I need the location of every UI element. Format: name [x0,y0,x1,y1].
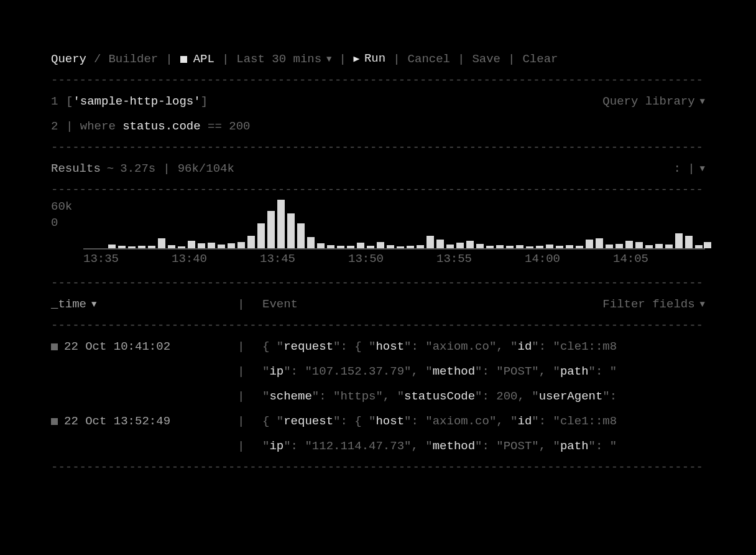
divider-line: ----------------------------------------… [51,181,705,198]
histogram-bar[interactable] [228,243,235,248]
histogram-bar[interactable] [526,246,533,249]
event-time-cell [51,434,237,459]
histogram-bar[interactable] [257,223,265,248]
histogram-bar[interactable] [347,246,354,248]
histogram-bar[interactable] [128,246,136,248]
histogram-bar[interactable] [208,243,215,248]
event-row[interactable]: |"ip": "112.114.47.73", "method": "POST"… [51,434,705,459]
event-row[interactable]: |"ip": "107.152.37.79", "method": "POST"… [51,359,705,384]
histogram-bar[interactable] [327,245,334,248]
cancel-button[interactable]: Cancel [408,47,450,72]
histogram-bar[interactable] [456,243,464,248]
histogram-bar[interactable] [476,244,484,248]
json-text: ": [602,389,617,403]
histogram-bar[interactable] [704,242,711,248]
histogram-bar[interactable] [307,237,315,248]
run-button[interactable]: ▶Run [354,46,385,72]
histogram-bar[interactable] [466,241,474,248]
histogram-bar[interactable] [247,236,255,248]
histogram-bar[interactable] [297,223,305,248]
json-key: scheme [269,389,311,403]
histogram-bar[interactable] [188,241,195,248]
histogram-bar[interactable] [267,211,275,248]
histogram-bar[interactable] [277,200,285,248]
time-column-header[interactable]: _time▼ [51,292,96,317]
histogram-bar[interactable] [287,213,295,248]
histogram-bar[interactable] [596,238,603,248]
results-options[interactable]: : |▼ [673,156,705,181]
histogram-bar[interactable] [615,244,623,248]
histogram-bar[interactable] [446,245,454,248]
histogram-chart[interactable]: 60k0 [51,198,705,250]
x-tick-label: 14:00 [525,252,613,266]
save-button[interactable]: Save [472,47,500,72]
histogram-bar[interactable] [377,242,384,248]
event-row[interactable]: 22 Oct 10:41:02|{ "request": { "host": "… [51,334,705,359]
histogram-bar[interactable] [148,246,155,248]
event-time-cell: 22 Oct 10:41:02 [51,334,237,359]
code-content: ['sample-http-logs'] [66,89,208,114]
json-key: method [433,439,475,453]
histogram-bar[interactable] [357,243,364,248]
json-key: request [284,414,333,428]
histogram-bar[interactable] [606,245,613,248]
apl-toggle[interactable]: APL [180,47,214,72]
histogram-bar[interactable] [397,246,404,249]
histogram-bar[interactable] [138,246,145,249]
query-tab[interactable]: Query [51,47,86,72]
histogram-bar[interactable] [625,241,633,248]
event-row[interactable]: |"scheme": "https", "statusCode": 200, "… [51,384,705,409]
filter-fields-dropdown[interactable]: Filter fields▼ [602,292,705,317]
event-json-cell: { "request": { "host": "axiom.co", "id":… [262,334,705,359]
histogram-bar[interactable] [675,233,683,248]
histogram-bar[interactable] [645,245,653,248]
histogram-bar[interactable] [695,245,703,248]
code-line[interactable]: 2| where status.code == 200 [51,114,705,139]
json-text: ": "cle1::m8 [532,340,617,353]
results-count: 96k/104k [178,156,234,181]
histogram-bar[interactable] [556,246,563,249]
event-row[interactable]: 22 Oct 13:52:49|{ "request": { "host": "… [51,409,705,434]
histogram-bar[interactable] [496,245,504,248]
x-tick-label: 13:55 [436,252,525,266]
histogram-bar[interactable] [586,240,593,248]
histogram-bar[interactable] [665,245,673,248]
histogram-bar[interactable] [317,243,325,248]
histogram-bar[interactable] [516,245,523,249]
histogram-bar[interactable] [118,246,126,248]
histogram-bar[interactable] [576,246,583,248]
histogram-bar[interactable] [436,240,444,248]
histogram-bar[interactable] [486,246,494,248]
clear-button[interactable]: Clear [522,47,558,72]
histogram-bar[interactable] [655,244,663,248]
histogram-bar[interactable] [108,245,116,248]
json-key: ip [269,365,284,378]
chart-area[interactable] [83,198,705,250]
histogram-bar[interactable] [426,236,434,248]
histogram-bar[interactable] [178,246,185,249]
event-json-cell: { "request": { "host": "axiom.co", "id":… [262,409,705,434]
histogram-bar[interactable] [407,246,414,248]
builder-tab[interactable]: Builder [108,47,158,72]
events-body: 22 Oct 10:41:02|{ "request": { "host": "… [51,334,705,459]
histogram-bar[interactable] [417,245,424,249]
histogram-bar[interactable] [198,243,205,248]
histogram-bar[interactable] [367,246,374,249]
histogram-bar[interactable] [158,238,165,248]
histogram-bar[interactable] [218,245,225,248]
histogram-bar[interactable] [387,245,394,248]
histogram-bar[interactable] [506,246,514,248]
histogram-bar[interactable] [237,242,245,248]
histogram-bar[interactable] [566,245,573,248]
event-time-cell: 22 Oct 13:52:49 [51,409,237,434]
json-key: path [560,365,589,378]
histogram-bar[interactable] [337,246,344,248]
histogram-bar[interactable] [168,245,175,248]
json-key: host [376,340,404,353]
query-library-dropdown[interactable]: Query library▼ [602,89,705,114]
timerange-dropdown[interactable]: Last 30 mins▼ [236,47,331,72]
histogram-bar[interactable] [546,245,553,248]
histogram-bar[interactable] [685,236,693,248]
histogram-bar[interactable] [635,242,643,248]
histogram-bar[interactable] [536,246,543,248]
